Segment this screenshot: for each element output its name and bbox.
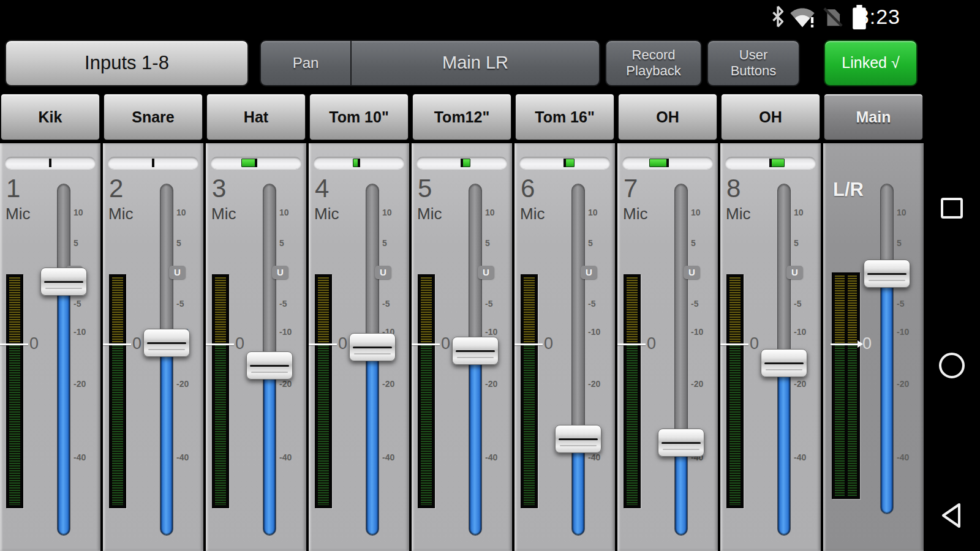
fader-track[interactable]	[160, 184, 173, 536]
channel-header-button[interactable]: Tom12"	[412, 94, 511, 140]
fader-scale-label: -10	[691, 327, 703, 337]
unity-gain-tab: U	[581, 266, 597, 279]
fader-scale-label: -40	[382, 452, 394, 462]
fader-scale-label: -10	[485, 327, 497, 337]
fader-handle[interactable]	[40, 268, 87, 296]
fader-scale-label: -20	[74, 379, 86, 389]
pan-fill	[771, 159, 785, 167]
fader-scale-label: -40	[279, 452, 292, 462]
fader-handle[interactable]	[143, 329, 190, 357]
android-nav-bar	[924, 92, 980, 551]
fader-handle[interactable]	[349, 333, 396, 361]
fader-scale-label: 5	[74, 238, 78, 248]
record-playback-label-line2: Playback	[606, 63, 701, 79]
meter-column	[729, 277, 741, 505]
pan-fill	[241, 159, 256, 167]
back-icon[interactable]	[940, 502, 964, 531]
level-meter	[418, 274, 435, 508]
pan-fill	[649, 159, 668, 167]
level-meter	[521, 274, 538, 508]
fader-handle[interactable]	[761, 349, 807, 377]
fader-scale-label: -5	[485, 299, 492, 309]
fader-scale-label: 5	[176, 238, 181, 248]
meter-zero-line	[206, 343, 234, 345]
meter-green-zone	[215, 345, 226, 505]
channel-number: 8	[726, 174, 741, 203]
user-buttons-button[interactable]: User Buttons	[707, 40, 800, 86]
strip-body: 7Mic0105U-5-10-20-40	[617, 143, 718, 551]
strip-body: 4Mic0105U-5-10-20-40	[309, 143, 409, 551]
meter-zero-label: 0	[441, 334, 450, 353]
fader-scale-label: -20	[279, 379, 292, 389]
fader-scale-label: -5	[382, 299, 390, 309]
meter-zero-label: 0	[29, 334, 39, 353]
channel-number: 2	[109, 174, 123, 203]
meter-zero-label: 0	[235, 334, 244, 353]
fader-handle[interactable]	[555, 425, 601, 453]
level-meter	[624, 274, 641, 508]
home-icon[interactable]	[938, 351, 966, 381]
fader-handle[interactable]	[658, 429, 704, 457]
meter-zero-line	[514, 343, 543, 345]
channel-header-button[interactable]: OH	[618, 94, 717, 140]
strip-body: 2Mic0105U-5-10-20-40	[103, 143, 203, 551]
meter-zero-line	[309, 343, 337, 345]
fader-handle[interactable]	[864, 260, 910, 288]
channel-header-button[interactable]: Hat	[206, 94, 306, 140]
pan-slider[interactable]	[211, 157, 301, 169]
fader-track-fill	[366, 348, 379, 535]
recents-icon[interactable]	[940, 197, 964, 221]
main-lr-button[interactable]: Main LR	[352, 41, 599, 85]
fader-track[interactable]	[571, 184, 585, 536]
channel-header-button[interactable]: OH	[721, 94, 820, 140]
fader-track[interactable]	[57, 184, 70, 536]
level-meter	[315, 274, 332, 508]
meter-yellow-zone	[9, 277, 20, 345]
meter-column	[215, 277, 226, 505]
linked-toggle-button[interactable]: Linked √	[824, 40, 918, 86]
pan-slider[interactable]	[314, 157, 404, 169]
pan-fill	[565, 159, 575, 167]
fader-handle[interactable]	[246, 351, 293, 380]
pan-slider[interactable]	[725, 157, 816, 169]
pan-slider[interactable]	[5, 157, 96, 169]
meter-column	[627, 277, 638, 505]
channel-header-button[interactable]: Snare	[104, 94, 203, 140]
pan-button[interactable]: Pan	[261, 41, 350, 85]
meter-column	[318, 277, 329, 505]
channel-source: Mic	[6, 204, 30, 223]
main-header-button[interactable]: Main	[824, 94, 923, 140]
inputs-selector-button[interactable]: Inputs 1-8	[5, 40, 249, 86]
channel-header-button[interactable]: Tom 16"	[515, 94, 614, 140]
channel-strips: Kik1Mic0105U-5-10-20-40Snare2Mic0105U-5-…	[0, 92, 924, 551]
meter-zero-label: 0	[862, 334, 872, 353]
fader-track-fill	[675, 443, 687, 535]
channel-header-slot: Main	[823, 92, 924, 143]
fader-handle[interactable]	[452, 337, 499, 365]
pan-slider[interactable]	[108, 157, 198, 169]
fader-scale-label: -20	[794, 379, 806, 389]
record-playback-button[interactable]: Record Playback	[605, 40, 702, 86]
fader-scale-label: -5	[897, 299, 904, 309]
fader-track-fill	[572, 440, 584, 535]
meter-zero-label: 0	[338, 334, 347, 353]
pan-slider[interactable]	[417, 157, 507, 169]
pan-center-tick	[255, 159, 257, 167]
meter-yellow-zone	[112, 277, 123, 345]
fader-track[interactable]	[674, 184, 688, 536]
fader-track-fill	[160, 343, 173, 535]
pan-slider[interactable]	[519, 157, 610, 169]
fader-track[interactable]	[880, 184, 894, 514]
pan-slider[interactable]	[622, 157, 713, 169]
strip-body: 5Mic0105U-5-10-20-40	[412, 143, 512, 551]
channel-strip: Tom 16"6Mic0105U-5-10-20-40	[514, 92, 615, 551]
channel-header-button[interactable]: Tom 10"	[309, 94, 409, 140]
fader-scale-label: -10	[897, 327, 909, 337]
channel-header-button[interactable]: Kik	[1, 94, 100, 140]
fader-scale-label: -5	[176, 299, 184, 309]
fader-scale-label: 5	[382, 238, 387, 248]
unity-gain-tab: U	[684, 266, 700, 279]
fader-track-fill	[58, 282, 70, 535]
fader-scale-label: -20	[691, 379, 703, 389]
meter-zero-label: 0	[750, 334, 759, 353]
